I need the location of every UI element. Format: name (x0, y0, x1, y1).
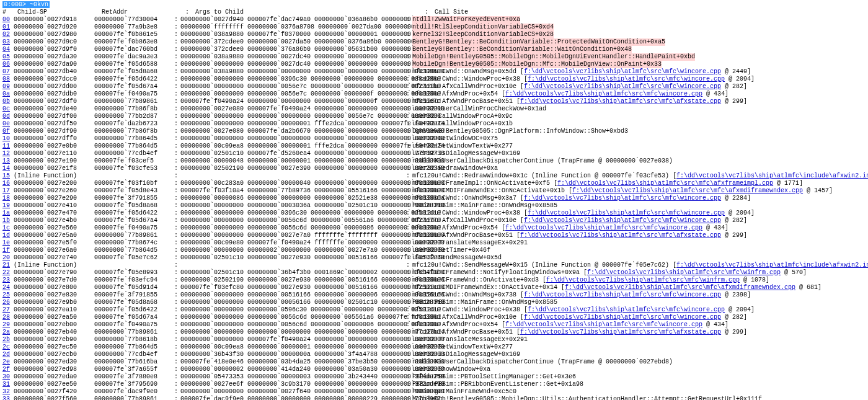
frame-index-link[interactable]: 16 (2, 180, 14, 187)
frame-index-link[interactable]: 1a (2, 210, 14, 217)
source-file-link[interactable]: f:\dd\vctools\vc7libs\ship\atlmfc\src\mf… (524, 83, 721, 90)
frame-index-link[interactable]: 2a (2, 329, 14, 336)
call-site-symbol: mfc120u!CWnd::WindowProc+0x38 [ (412, 76, 528, 82)
frame-index-link[interactable]: 2e (2, 358, 14, 366)
frame-index-link[interactable]: 12 (2, 150, 14, 158)
frame-index-link[interactable]: 28 (2, 314, 14, 321)
ret-addr: 00000000`77b89861 (94, 232, 172, 239)
call-site-symbol: mfc120u!CFrameImpl::OnNcActivate+0xf5 [ (412, 180, 557, 187)
frame-index-link[interactable]: 1f (2, 247, 14, 254)
source-file-link[interactable]: f:\dd\vctools\vc7libs\ship\atlmfc\src\mf… (520, 98, 721, 105)
frame-index-link[interactable]: 0e (2, 120, 14, 128)
frame-index-link[interactable]: 0d (2, 113, 14, 120)
frame-index-link[interactable]: 17 (2, 187, 14, 195)
frame-index-link[interactable]: 0b (2, 98, 14, 105)
frame-index-link[interactable]: 11 (2, 143, 14, 150)
sep: : (404, 284, 412, 291)
args-to-child: 000007fe`f0490a24 00000000`00000000 0000… (180, 98, 404, 105)
args-to-child: 00000000`02502190 00000000`0027e390 0000… (180, 165, 404, 172)
ret-addr: 000007fe`f05d67a4 (94, 217, 172, 224)
frame-index-link[interactable]: 19 (2, 202, 14, 210)
args-to-child: 00000000`00000000 00000000`0027e7a0 ffff… (180, 232, 404, 239)
frame-index-link[interactable]: 32 (2, 388, 14, 396)
frame-index-link[interactable]: 13 (2, 158, 14, 165)
source-file-link[interactable]: f:\dd\vctools\vc7libs\ship\atlmfc\includ… (676, 262, 868, 269)
child-sp: 00000000`0027ee50 (14, 381, 94, 388)
args-to-child: 00000000`00000000 00000000`0027dc40 0000… (180, 61, 404, 68)
source-file-link[interactable]: f:\dd\vctools\vc7libs\ship\atlmfc\src\mf… (524, 314, 721, 321)
frame-index-link[interactable]: 10 (2, 135, 14, 143)
frame-index-link[interactable]: 26 (2, 299, 14, 306)
source-file-link[interactable]: f:\dd\vctools\vc7libs\ship\atlmfc\includ… (676, 172, 868, 179)
frame-index-link[interactable]: 22 (2, 269, 14, 277)
frame-index-link[interactable]: 14 (2, 165, 14, 172)
frame-index-link[interactable]: 25 (2, 291, 14, 299)
frame-index-link[interactable]: 1d (2, 232, 14, 239)
frame-index-link[interactable]: 31 (2, 381, 14, 388)
frame-index-link[interactable]: 0f (2, 128, 14, 135)
source-file-link[interactable]: f:\dd\vctools\vc7libs\ship\atlmfc\src\mf… (546, 277, 740, 283)
source-file-link[interactable]: f:\dd\vctools\vc7libs\ship\atlmfc\src\mf… (524, 217, 721, 224)
frame-index-link[interactable]: 2c (2, 344, 14, 351)
ret-addr: 000007fe`f05d8a68 (94, 202, 172, 210)
frame-index-link[interactable]: 1c (2, 224, 14, 232)
source-file-link[interactable]: f:\dd\vctools\vc7libs\ship\atlmfc\src\mf… (565, 284, 795, 291)
sep: : (404, 83, 412, 91)
source-file-link[interactable]: f:\dd\vctools\vc7libs\ship\atlmfc\src\mf… (524, 291, 721, 298)
frame-index-link[interactable]: 27 (2, 306, 14, 314)
frame-index-link[interactable]: 00 (2, 16, 14, 24)
call-site: mfc120u!AfxCallWndProc+0x10e [f:\dd\vcto… (412, 314, 747, 321)
frame-index-link[interactable]: 2f (2, 366, 14, 373)
call-site-symbol: user32!TranslateMessageEx+0x291 (412, 336, 528, 343)
frame-index-link[interactable]: 1e (2, 239, 14, 247)
frame-index-link[interactable]: 02 (2, 31, 14, 38)
source-file-link[interactable]: f:\dd\vctools\vc7libs\ship\atlmfc\src\mf… (572, 187, 803, 194)
source-file-link[interactable]: f:\dd\vctools\vc7libs\ship\atlmfc\src\mf… (520, 329, 721, 336)
frame-index-link[interactable]: 03 (2, 38, 14, 46)
call-site: user32!CallWindowProcA+0x1b (412, 120, 513, 128)
frame-index-link[interactable]: 15 (2, 172, 14, 180)
source-file-link[interactable]: f:\dd\vctools\vc7libs\ship\atlmfc\src\mf… (524, 68, 721, 75)
frame-index-link[interactable]: 05 (2, 53, 14, 61)
frame-index-link[interactable]: 0c (2, 105, 14, 113)
frame-index-link[interactable]: 07 (2, 68, 14, 76)
source-file-link[interactable]: f:\dd\vctools\vc7libs\ship\atlmfc\src\mf… (557, 180, 773, 187)
source-file-link[interactable]: f:\dd\vctools\vc7libs\ship\atlmfc\src\mf… (505, 224, 702, 231)
sep: : (172, 31, 180, 38)
child-sp: 00000000`0027e470 (14, 210, 94, 217)
source-line: @ 282] (721, 314, 747, 321)
source-file-link[interactable]: f:\dd\vctools\vc7libs\ship\atlmfc\src\mf… (505, 321, 702, 328)
sep: : (172, 358, 180, 366)
source-file-link[interactable]: f:\dd\vctools\vc7libs\ship\atlmfc\src\mf… (528, 210, 725, 216)
source-file-link[interactable]: f:\dd\vctools\vc7libs\ship\atlmfc\src\mf… (524, 195, 721, 202)
frame-index-link[interactable]: 21 (2, 262, 14, 269)
call-site: mfc120u!CWnd::SendMessageW+0x15 (Inline … (412, 262, 868, 269)
frame-index-link[interactable]: 09 (2, 83, 14, 91)
frame-index-link[interactable]: 08 (2, 76, 14, 83)
frame-index-link[interactable]: 2b (2, 336, 14, 344)
source-file-link[interactable]: f:\dd\vctools\vc7libs\ship\atlmfc\src\mf… (520, 232, 721, 239)
ret-addr: 00000000`77bb2d87 (94, 113, 172, 120)
frame-index-link[interactable]: 2d (2, 351, 14, 358)
call-site-symbol: ntdll!KiUserCallbackDispatcherContinue (… (412, 358, 673, 365)
stack-frame-row: 1c00000000`0027e560000007fe`f0490a75:000… (2, 224, 866, 232)
source-file-link[interactable]: f:\dd\vctools\vc7libs\ship\atlmfc\src\mf… (587, 269, 781, 276)
stack-frame-row: 0100000000`0027d92000000000`77a9b3e8:000… (2, 24, 866, 31)
frame-index-link[interactable]: 24 (2, 284, 14, 291)
frame-index-link[interactable]: 1b (2, 217, 14, 224)
frame-index-link[interactable]: 20 (2, 254, 14, 262)
args-to-child: 00000000`00000000 00000000`00516166 0000… (180, 291, 404, 299)
source-file-link[interactable]: f:\dd\vctools\vc7libs\ship\atlmfc\src\mf… (528, 76, 725, 82)
source-file-link[interactable]: f:\dd\vctools\vc7libs\ship\atlmfc\src\mf… (505, 91, 702, 97)
call-site-symbol: user32!ShowWindow+0xa (412, 366, 490, 373)
frame-index-link[interactable]: 0a (2, 91, 14, 98)
frame-index-link[interactable]: 30 (2, 373, 14, 381)
frame-index-link[interactable]: 04 (2, 46, 14, 53)
frame-index-link[interactable]: 06 (2, 61, 14, 68)
frame-index-link[interactable]: 18 (2, 195, 14, 202)
frame-index-link[interactable]: 01 (2, 24, 14, 31)
frame-index-link[interactable]: 23 (2, 277, 14, 284)
frame-index-link[interactable]: 33 (2, 396, 14, 400)
source-file-link[interactable]: f:\dd\vctools\vc7libs\ship\atlmfc\src\mf… (528, 306, 725, 313)
frame-index-link[interactable]: 29 (2, 321, 14, 329)
